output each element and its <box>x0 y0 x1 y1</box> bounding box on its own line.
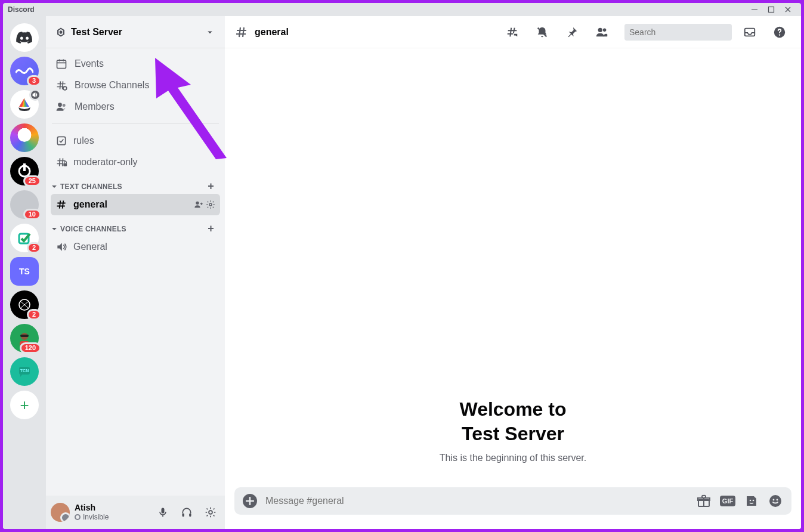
channel-list: Events Browse Channels Members rules <box>46 48 225 496</box>
svg-point-23 <box>209 203 212 206</box>
unread-badge: 3 <box>27 75 41 86</box>
pinned-messages-button[interactable] <box>564 24 580 41</box>
sticker-button[interactable] <box>744 493 759 509</box>
svg-rect-26 <box>183 514 184 517</box>
nav-label: Events <box>75 58 104 69</box>
current-channel-name: general <box>255 27 289 38</box>
rules-icon <box>55 135 67 147</box>
server-icon[interactable] <box>10 90 39 119</box>
inbox-button[interactable] <box>741 24 758 41</box>
members-nav-item[interactable]: Members <box>51 96 220 117</box>
svg-rect-1 <box>769 7 774 13</box>
server-icon[interactable]: 10 <box>10 190 39 219</box>
rules-channel[interactable]: rules <box>51 130 220 151</box>
hash-icon <box>234 25 249 39</box>
threads-button[interactable] <box>504 24 521 41</box>
add-server-button[interactable]: + <box>10 391 39 419</box>
unread-badge: 2 <box>27 242 41 253</box>
mute-mic-button[interactable] <box>153 503 172 522</box>
svg-point-41 <box>753 500 754 502</box>
server-header-dropdown[interactable]: Test Server <box>46 16 225 48</box>
main-area: 3 25 10 2 TS 2 <box>3 16 801 529</box>
gift-button[interactable] <box>696 493 712 509</box>
deafen-button[interactable] <box>177 503 196 522</box>
unread-badge: 25 <box>23 175 41 187</box>
add-channel-button[interactable]: + <box>208 180 218 193</box>
text-channels-category[interactable]: TEXT CHANNELS + <box>51 173 220 194</box>
server-icon[interactable] <box>10 123 39 152</box>
gif-icon: GIF <box>720 496 735 506</box>
server-icon[interactable]: 3 <box>10 57 39 85</box>
window-minimize-button[interactable] <box>746 3 763 16</box>
svg-point-19 <box>63 104 66 107</box>
general-voice-channel[interactable]: General <box>51 236 220 258</box>
dm-home-button[interactable] <box>10 23 39 52</box>
username: Atish <box>75 503 109 513</box>
server-icon[interactable]: 25 <box>10 157 39 185</box>
channel-sidebar: Test Server Events Browse Channels Membe… <box>46 16 225 529</box>
help-button[interactable] <box>771 24 788 41</box>
gear-icon[interactable] <box>206 200 215 209</box>
window-close-button[interactable] <box>780 3 796 16</box>
invite-icon[interactable] <box>194 200 203 209</box>
search-box[interactable] <box>624 24 732 41</box>
svg-rect-13 <box>57 60 66 68</box>
events-nav-item[interactable]: Events <box>51 53 220 75</box>
members-icon <box>595 26 608 39</box>
plus-icon: + <box>20 396 29 415</box>
svg-rect-25 <box>162 508 165 514</box>
hash-lock-icon <box>55 156 67 168</box>
gift-icon <box>697 494 711 508</box>
server-icon[interactable]: TCN <box>10 357 39 386</box>
unread-badge: 120 <box>20 342 41 354</box>
browse-channels-nav-item[interactable]: Browse Channels <box>51 75 220 96</box>
user-settings-button[interactable] <box>201 503 220 522</box>
gif-button[interactable]: GIF <box>720 493 735 509</box>
server-initials: TS <box>19 267 30 276</box>
calendar-icon <box>55 58 67 70</box>
chevron-down-icon <box>205 27 215 38</box>
svg-point-43 <box>773 499 775 501</box>
svg-rect-5 <box>23 163 26 171</box>
speaker-icon <box>55 241 67 253</box>
svg-point-42 <box>769 495 781 507</box>
server-icon[interactable]: 120 <box>10 324 39 352</box>
welcome-subtitle: This is the beginning of this server. <box>234 453 791 463</box>
user-info[interactable]: Atish Invisible <box>75 503 109 521</box>
notifications-button[interactable] <box>534 24 551 41</box>
emoji-button[interactable] <box>768 493 783 509</box>
svg-point-24 <box>75 515 80 519</box>
svg-rect-20 <box>57 137 65 144</box>
status-offline-icon <box>75 514 81 520</box>
category-label: TEXT CHANNELS <box>60 183 122 191</box>
unread-badge: 10 <box>23 209 41 220</box>
server-icon[interactable]: 2 <box>10 290 39 319</box>
channel-name: general <box>73 199 107 210</box>
server-rail: 3 25 10 2 TS 2 <box>3 16 46 529</box>
user-avatar[interactable] <box>51 503 70 522</box>
add-channel-button[interactable]: + <box>208 222 218 235</box>
member-list-button[interactable] <box>593 24 610 41</box>
welcome-title: Welcome to Test Server <box>234 397 791 447</box>
search-input[interactable] <box>629 27 734 37</box>
server-icon-active[interactable]: TS <box>10 257 39 286</box>
threads-icon <box>506 26 519 39</box>
unread-badge: 2 <box>27 309 41 320</box>
window-maximize-button[interactable] <box>763 3 780 16</box>
server-art-icon <box>16 67 33 75</box>
server-name: Test Server <box>71 27 122 38</box>
volume-badge-icon <box>29 89 41 101</box>
moderator-only-channel[interactable]: moderator-only <box>51 151 220 173</box>
upload-button[interactable] <box>243 494 257 508</box>
user-status: Invisible <box>75 513 109 521</box>
message-input[interactable] <box>265 496 688 506</box>
sticker-icon <box>744 494 759 508</box>
general-text-channel[interactable]: general <box>51 194 220 215</box>
message-input-bar[interactable]: GIF <box>234 487 791 515</box>
server-art-icon: TCN <box>17 364 32 379</box>
app-frame: Discord 3 <box>3 3 801 529</box>
voice-channels-category[interactable]: VOICE CHANNELS + <box>51 215 220 236</box>
pin-icon <box>565 26 579 39</box>
server-icon[interactable]: 2 <box>10 224 39 252</box>
app-name: Discord <box>8 5 35 14</box>
